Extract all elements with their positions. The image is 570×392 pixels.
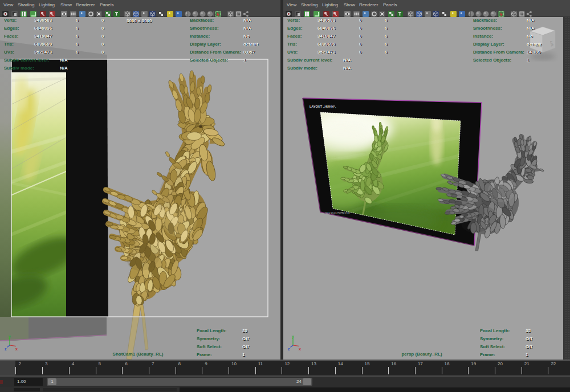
svg-text:y: y [9, 334, 11, 339]
svg-text:z: z [5, 347, 7, 351]
svg-text:x: x [15, 347, 18, 351]
svg-text:x: x [299, 347, 301, 351]
svg-text:y: y [292, 334, 294, 339]
svg-text:LAYOUT „HUHN“.: LAYOUT „HUHN“. [310, 105, 336, 108]
svg-text:z: z [288, 347, 290, 351]
svg-text:ILLU 23-01 HUHN 0710: ILLU 23-01 HUHN 0710 [325, 211, 350, 214]
